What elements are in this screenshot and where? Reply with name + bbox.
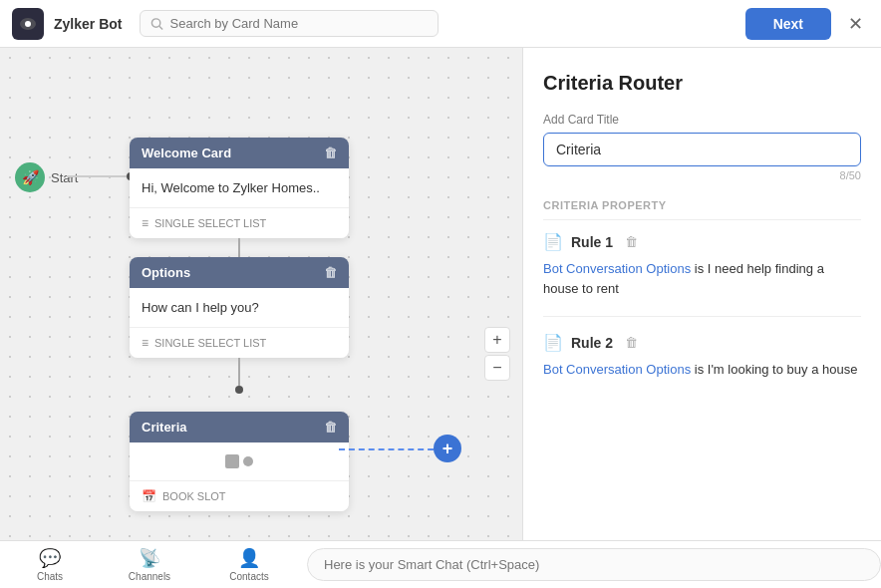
options-card-footer: ≡ SINGLE SELECT LIST (130, 327, 349, 358)
welcome-card-title: Welcome Card (142, 146, 231, 160)
rule-2-header: 📄 Rule 2 🗑 (543, 333, 861, 352)
criteria-shape-2 (243, 456, 253, 466)
options-card-wrapper: Options 🗑 How can I help you? ≡ SINGLE S… (130, 257, 349, 394)
welcome-card-body: Hi, Welcome to Zylker Homes.. (130, 168, 349, 207)
rule-1-link[interactable]: Bot Conversation Options (543, 261, 691, 276)
welcome-card-delete[interactable]: 🗑 (324, 146, 337, 160)
app-title: Zylker Bot (54, 16, 122, 32)
options-card[interactable]: Options 🗑 How can I help you? ≡ SINGLE S… (130, 257, 349, 358)
char-count: 8/50 (543, 169, 861, 181)
options-card-delete[interactable]: 🗑 (324, 265, 337, 280)
welcome-footer-label: SINGLE SELECT LIST (154, 217, 266, 229)
options-card-body: How can I help you? (130, 288, 349, 327)
options-card-title: Options (142, 265, 190, 280)
options-card-header: Options 🗑 (130, 257, 349, 288)
nav-chats[interactable]: 💬 Chats (0, 543, 100, 586)
rule-1-block: 📄 Rule 1 🗑 Bot Conversation Options is I… (543, 232, 861, 298)
search-input[interactable] (170, 16, 429, 31)
options-footer-label: SINGLE SELECT LIST (154, 337, 266, 349)
card-title-input[interactable] (543, 133, 861, 166)
rule-2-value: I'm looking to buy a house (708, 362, 858, 377)
svg-point-1 (25, 21, 31, 27)
welcome-card-header: Welcome Card 🗑 (130, 138, 349, 168)
next-button[interactable]: Next (745, 8, 831, 40)
app-logo (12, 8, 44, 40)
rule-divider (543, 316, 861, 317)
zoom-controls: + − (484, 327, 510, 381)
criteria-card-footer: 📅 BOOK SLOT (130, 480, 349, 511)
rule-2-title: Rule 2 (571, 335, 613, 351)
close-button[interactable]: ✕ (841, 10, 869, 38)
connector-dot-2 (235, 386, 243, 394)
criteria-card[interactable]: Criteria 🗑 📅 BOOK SLOT (130, 412, 349, 511)
main-area: 🚀 Start Welcome Card 🗑 Hi, Welcome to Zy… (0, 48, 881, 588)
search-icon (150, 17, 163, 31)
zoom-in-button[interactable]: + (484, 327, 510, 353)
svg-point-2 (152, 18, 160, 26)
criteria-card-wrapper: Criteria 🗑 📅 BOOK SLOT (130, 412, 349, 511)
criteria-card-header: Criteria 🗑 (130, 412, 349, 442)
panel-title: Criteria Router (543, 72, 861, 95)
right-panel: Criteria Router Add Card Title 8/50 CRIT… (522, 48, 881, 588)
rule-2-condition: is (695, 362, 708, 377)
rule-2-delete[interactable]: 🗑 (625, 335, 638, 350)
welcome-card-wrapper: Welcome Card 🗑 Hi, Welcome to Zylker Hom… (130, 138, 349, 274)
rule-1-condition: is (695, 261, 708, 276)
smart-chat-input[interactable] (307, 548, 881, 581)
start-icon: 🚀 (15, 162, 45, 192)
rule-2-block: 📄 Rule 2 🗑 Bot Conversation Options is I… (543, 333, 861, 380)
rule-1-title: Rule 1 (571, 234, 613, 250)
app-header: Zylker Bot Next ✕ (0, 0, 881, 48)
contacts-icon: 👤 (238, 547, 260, 569)
rule-1-header: 📄 Rule 1 🗑 (543, 232, 861, 251)
add-card-button[interactable]: + (434, 435, 461, 462)
search-box[interactable] (140, 10, 439, 37)
app-footer: 💬 Chats 📡 Channels 👤 Contacts (0, 540, 881, 588)
connector-2 (238, 358, 240, 386)
rule-2-link[interactable]: Bot Conversation Options (543, 362, 691, 377)
criteria-card-delete[interactable]: 🗑 (324, 420, 337, 435)
criteria-property-label: CRITERIA PROPERTY (543, 199, 861, 220)
footer-nav: 💬 Chats 📡 Channels 👤 Contacts (0, 543, 299, 586)
nav-channels[interactable]: 📡 Channels (100, 543, 199, 586)
rule-1-delete[interactable]: 🗑 (625, 234, 638, 249)
zoom-out-button[interactable]: − (484, 355, 510, 381)
welcome-card[interactable]: Welcome Card 🗑 Hi, Welcome to Zylker Hom… (130, 138, 349, 238)
start-label: Start (51, 170, 78, 185)
rule-2-body: Bot Conversation Options is I'm looking … (543, 360, 861, 380)
criteria-footer-label: BOOK SLOT (162, 490, 226, 502)
flow-canvas[interactable]: 🚀 Start Welcome Card 🗑 Hi, Welcome to Zy… (0, 48, 522, 588)
rule-1-body: Bot Conversation Options is I need help … (543, 259, 861, 298)
start-node: 🚀 Start (15, 162, 78, 192)
criteria-card-title: Criteria (142, 420, 187, 435)
chats-icon: 💬 (39, 547, 61, 569)
criteria-card-body (130, 442, 349, 480)
criteria-footer-icon: 📅 (142, 489, 156, 503)
welcome-footer-icon: ≡ (142, 216, 148, 230)
rule-2-doc-icon: 📄 (543, 333, 563, 352)
dashed-connector (339, 448, 443, 450)
chats-label: Chats (37, 571, 63, 582)
rule-1-doc-icon: 📄 (543, 232, 563, 251)
options-footer-icon: ≡ (142, 336, 148, 350)
svg-line-3 (159, 26, 162, 29)
nav-contacts[interactable]: 👤 Contacts (199, 543, 299, 586)
start-connector-line (67, 175, 135, 177)
channels-icon: 📡 (139, 547, 160, 569)
welcome-card-footer: ≡ SINGLE SELECT LIST (130, 207, 349, 238)
contacts-label: Contacts (229, 571, 268, 582)
criteria-shape-1 (225, 454, 239, 468)
channels-label: Channels (129, 571, 170, 582)
add-card-title-label: Add Card Title (543, 113, 861, 127)
